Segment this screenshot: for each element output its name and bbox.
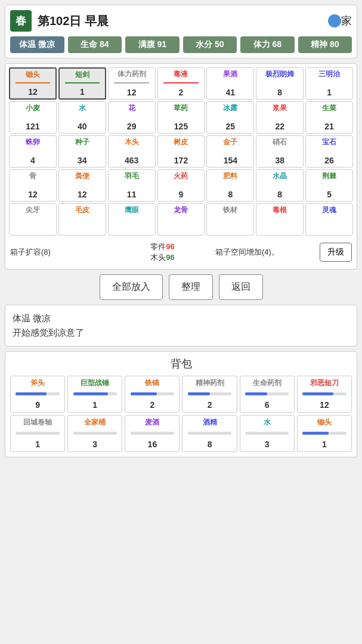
inv-cell-15[interactable]: 种子34 <box>58 135 106 168</box>
season-badge: 春 <box>10 10 32 32</box>
inv-cell-18[interactable]: 金子154 <box>206 135 254 168</box>
bp-item-bar-container-11 <box>302 432 346 435</box>
inv-cell-12[interactable]: 浆果22 <box>256 101 304 134</box>
inv-cell-2[interactable]: 体力药剂12 <box>108 67 156 100</box>
bp-item-name-7: 全家桶 <box>84 418 106 426</box>
inv-cell-16[interactable]: 木头463 <box>108 135 156 168</box>
space-info: 箱子空间增加(4)。 <box>180 247 315 258</box>
inv-cell-28[interactable]: 尖牙 <box>9 203 57 236</box>
inv-cell-21[interactable]: 骨12 <box>9 169 57 202</box>
bp-cell-6[interactable]: 回城卷轴1 <box>10 415 65 452</box>
bp-cell-0[interactable]: 斧头9 <box>10 376 65 413</box>
inv-cell-29[interactable]: 毛皮 <box>58 203 106 236</box>
inv-cell-34[interactable]: 灵魂 <box>305 203 353 236</box>
bp-item-name-3: 精神药剂 <box>196 379 224 387</box>
inv-cell-33[interactable]: 毒根 <box>256 203 304 236</box>
inv-item-name-6: 三明治 <box>318 70 340 78</box>
inv-cell-7[interactable]: 小麦121 <box>9 101 57 134</box>
inv-cell-11[interactable]: 冰露25 <box>206 101 254 134</box>
inv-item-count-20: 26 <box>324 156 334 165</box>
inv-cell-6[interactable]: 三明治1 <box>305 67 353 100</box>
stat-fullness: 满腹 91 <box>125 36 180 53</box>
inv-item-count-27: 5 <box>327 190 332 199</box>
inv-item-name-20: 宝石 <box>322 138 336 146</box>
inv-item-underline-29 <box>64 223 100 224</box>
inv-cell-4[interactable]: 果酒41 <box>206 67 254 100</box>
bp-cell-2[interactable]: 铁镐2 <box>125 376 180 413</box>
inv-cell-1[interactable]: 短剑1 <box>58 67 106 100</box>
inv-item-count-6: 1 <box>327 88 332 97</box>
bp-cell-5[interactable]: 邪恶短刀12 <box>297 376 352 413</box>
inv-item-underline-24 <box>163 184 199 185</box>
bp-item-bar-container-7 <box>73 432 117 435</box>
inv-cell-5[interactable]: 极烈朗姆8 <box>256 67 304 100</box>
inv-cell-22[interactable]: 粪便12 <box>58 169 106 202</box>
bp-cell-3[interactable]: 精神药剂2 <box>182 376 237 413</box>
inv-item-underline-0 <box>16 82 49 83</box>
inv-item-underline-28 <box>15 223 50 224</box>
inv-item-name-14: 蛛卵 <box>26 138 40 146</box>
inv-cell-8[interactable]: 水40 <box>58 101 106 134</box>
parts-count: 96 <box>166 242 174 251</box>
inv-item-underline-8 <box>64 116 100 117</box>
inv-item-count-22: 12 <box>78 190 87 199</box>
inv-item-underline-3 <box>163 82 199 83</box>
bp-item-bar-fill-5 <box>302 392 333 395</box>
inv-item-underline-17 <box>163 150 199 151</box>
inv-item-count-12: 22 <box>275 122 284 131</box>
bp-cell-7[interactable]: 全家桶3 <box>67 415 122 452</box>
inv-item-name-8: 水 <box>79 104 86 112</box>
inv-item-name-0: 锄头 <box>26 70 40 79</box>
inv-cell-10[interactable]: 草药125 <box>157 101 205 134</box>
inv-cell-17[interactable]: 树皮172 <box>157 135 205 168</box>
back-button[interactable]: 返回 <box>219 274 263 300</box>
inv-item-count-16: 463 <box>125 156 138 165</box>
bp-item-count-6: 1 <box>35 439 40 449</box>
bp-cell-10[interactable]: 水3 <box>240 415 295 452</box>
inv-item-count-25: 8 <box>228 190 233 199</box>
put-all-button[interactable]: 全部放入 <box>100 274 163 300</box>
inv-item-name-10: 草药 <box>174 104 188 112</box>
organize-button[interactable]: 整理 <box>169 274 213 300</box>
inv-cell-32[interactable]: 铁材 <box>206 203 254 236</box>
inv-item-name-7: 小麦 <box>26 104 40 112</box>
bp-cell-1[interactable]: 巨型战锤1 <box>67 376 122 413</box>
inv-cell-13[interactable]: 生菜21 <box>305 101 353 134</box>
bp-cell-11[interactable]: 锄头1 <box>297 415 352 452</box>
inv-cell-3[interactable]: 毒液2 <box>157 67 205 100</box>
inv-cell-30[interactable]: 鹰眼 <box>108 203 156 236</box>
bp-cell-8[interactable]: 麦酒16 <box>125 415 180 452</box>
inv-cell-14[interactable]: 蛛卵4 <box>9 135 57 168</box>
inv-item-underline-10 <box>163 116 199 117</box>
inv-cell-24[interactable]: 火药9 <box>157 169 205 202</box>
inv-cell-0[interactable]: 锄头12 <box>9 67 57 100</box>
inv-cell-9[interactable]: 花29 <box>108 101 156 134</box>
bp-item-name-11: 锄头 <box>317 418 332 426</box>
inv-item-name-21: 骨 <box>29 172 36 180</box>
inv-cell-19[interactable]: 硝石38 <box>256 135 304 168</box>
inv-item-underline-6 <box>312 82 347 83</box>
inv-item-underline-18 <box>213 150 248 151</box>
inv-cell-31[interactable]: 龙骨 <box>157 203 205 236</box>
stat-temperature: 体温 微凉 <box>10 36 64 53</box>
action-row: 全部放入 整理 返回 <box>5 274 357 300</box>
bp-cell-9[interactable]: 酒精8 <box>182 415 237 452</box>
inv-item-count-17: 172 <box>174 156 188 165</box>
inv-item-underline-4 <box>213 82 248 83</box>
inv-item-underline-12 <box>262 116 298 117</box>
bp-cell-4[interactable]: 生命药剂6 <box>240 376 295 413</box>
stat-stamina: 体力 68 <box>240 36 295 53</box>
inv-item-name-32: 铁材 <box>223 206 237 214</box>
stat-spirit: 精神 80 <box>298 36 352 53</box>
wood-label: 木头 <box>150 253 166 262</box>
bp-item-name-6: 回城卷轴 <box>23 418 52 426</box>
inv-item-underline-31 <box>163 223 199 224</box>
inv-item-count-11: 25 <box>226 122 236 131</box>
inv-cell-20[interactable]: 宝石26 <box>305 135 353 168</box>
inv-cell-26[interactable]: 水晶8 <box>256 169 304 202</box>
inv-cell-23[interactable]: 羽毛11 <box>108 169 156 202</box>
bp-item-bar-fill-0 <box>16 392 46 395</box>
upgrade-button[interactable]: 升级 <box>320 243 352 262</box>
inv-cell-25[interactable]: 肥料8 <box>206 169 254 202</box>
inv-cell-27[interactable]: 荆棘5 <box>305 169 353 202</box>
